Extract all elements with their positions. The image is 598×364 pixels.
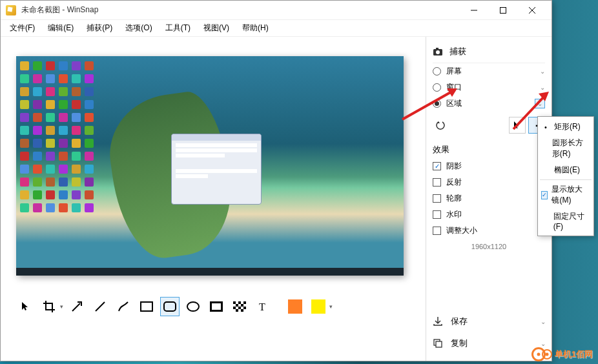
ellipse-tool[interactable] <box>183 297 203 316</box>
annotation-arrow-1 <box>399 84 464 123</box>
highlight-tool[interactable] <box>207 297 226 316</box>
pencil-tool[interactable] <box>114 297 133 316</box>
svg-rect-12 <box>233 301 236 304</box>
svg-rect-16 <box>241 304 243 307</box>
svg-rect-18 <box>238 307 241 309</box>
effects-header: 效果 <box>433 139 545 158</box>
menu-文件f[interactable]: 文件(F) <box>3 20 41 36</box>
crop-tool[interactable] <box>39 297 59 316</box>
svg-rect-6 <box>141 302 152 311</box>
window-title: 未命名截图 - WinSnap <box>21 5 459 15</box>
line-tool[interactable] <box>90 297 110 316</box>
svg-rect-14 <box>243 301 246 304</box>
svg-rect-10 <box>212 303 221 310</box>
cursor-tool[interactable] <box>16 297 36 316</box>
color-yellow[interactable] <box>309 297 328 316</box>
arrow-tool[interactable] <box>67 297 87 316</box>
effect-outline[interactable]: 轮廓⌄ <box>433 190 545 207</box>
svg-rect-1 <box>500 7 506 13</box>
save-icon <box>433 316 443 327</box>
svg-rect-15 <box>236 304 238 307</box>
app-icon <box>6 5 16 15</box>
svg-point-24 <box>436 50 440 54</box>
roundrect-tool[interactable] <box>160 297 180 316</box>
svg-line-4 <box>72 303 80 311</box>
svg-point-8 <box>187 302 199 311</box>
screenshot-preview[interactable] <box>16 56 404 276</box>
svg-rect-27 <box>436 341 442 347</box>
dimensions-label: 1960x1120 <box>433 239 545 266</box>
svg-line-30 <box>513 95 546 129</box>
svg-text:T: T <box>259 301 265 312</box>
region-menu-4[interactable]: 固定尺寸(F) <box>540 208 592 234</box>
svg-rect-19 <box>243 307 246 309</box>
svg-rect-17 <box>233 307 236 309</box>
color-orange[interactable] <box>285 297 305 316</box>
capture-screen[interactable]: 屏幕⌄ <box>433 63 545 79</box>
menu-编辑e[interactable]: 编辑(E) <box>41 20 80 36</box>
svg-rect-20 <box>236 309 238 312</box>
svg-rect-7 <box>164 302 176 311</box>
region-menu-1[interactable]: 圆形长方形(R) <box>540 135 592 162</box>
svg-rect-21 <box>241 309 243 312</box>
menu-帮助h[interactable]: 帮助(H) <box>236 20 275 36</box>
effect-watermark[interactable]: 水印⌄ <box>433 207 545 223</box>
watermark-logo: 单机1佰网 <box>531 347 593 361</box>
region-shape-menu[interactable]: •矩形(R)圆形长方形(R)椭圆(E)✓显示放大镜(M)固定尺寸(F) <box>537 116 594 236</box>
menu-选项o[interactable]: 选项(O) <box>119 20 158 36</box>
effect-resize[interactable]: 调整大小⌄ <box>433 223 545 239</box>
menu-捕获p[interactable]: 捕获(P) <box>80 20 119 36</box>
effect-reflect[interactable]: 反射 <box>433 174 545 190</box>
copy-icon <box>433 338 443 349</box>
annotation-arrow-2 <box>510 87 555 132</box>
svg-rect-25 <box>436 48 438 50</box>
capture-header: 捕获 <box>449 46 466 57</box>
close-button[interactable] <box>517 1 546 19</box>
blur-tool[interactable] <box>230 297 249 316</box>
svg-rect-13 <box>238 301 241 304</box>
copy-button[interactable]: 复制 ⌄ <box>433 332 546 354</box>
minimize-button[interactable] <box>459 1 488 19</box>
region-menu-2[interactable]: 椭圆(E) <box>540 162 592 178</box>
effect-shadow[interactable]: ✓阴影⌄ <box>433 158 545 174</box>
svg-line-28 <box>402 90 454 119</box>
save-button[interactable]: 保存 ⌄ <box>433 310 546 332</box>
menu-工具t[interactable]: 工具(T) <box>159 20 197 36</box>
svg-line-5 <box>96 302 105 311</box>
text-tool[interactable]: T <box>253 297 273 316</box>
camera-icon <box>433 46 443 57</box>
rect-outline-tool[interactable] <box>137 297 156 316</box>
menu-视图v[interactable]: 视图(V) <box>197 20 236 36</box>
maximize-button[interactable] <box>488 1 517 19</box>
region-menu-3[interactable]: ✓显示放大镜(M) <box>540 181 592 208</box>
